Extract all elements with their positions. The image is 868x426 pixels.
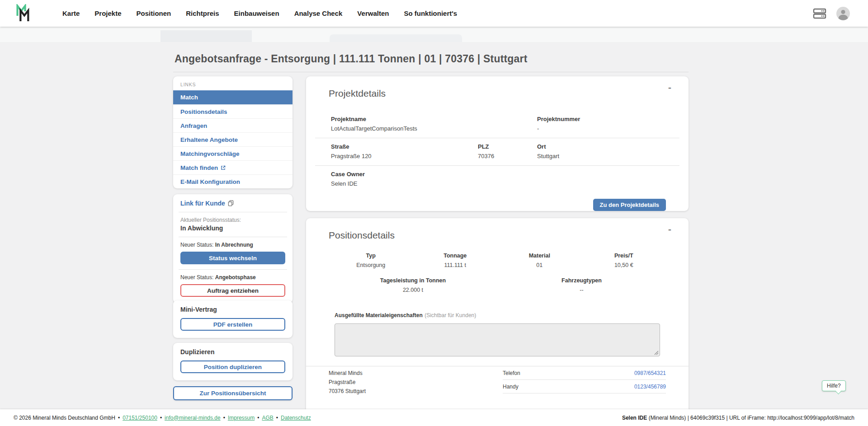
links-card: LINKS Match Positionsdetails Anfragen Er… (173, 76, 292, 188)
sidebar-item-label: Positionsdetails (180, 108, 227, 115)
field-projektnummer: Projektnummer - (537, 116, 666, 132)
revoke-status-value: Angebotsphase (215, 274, 256, 281)
sidebar-item-match-finden[interactable]: Match finden (173, 160, 292, 174)
current-status-value: In Abwicklung (180, 225, 285, 232)
field-value: 111.111 t (413, 262, 498, 268)
sidebar-item-positionsdetails[interactable]: Positionsdetails (173, 104, 292, 118)
auftrag-entziehen-button[interactable]: Auftrag entziehen (180, 284, 285, 297)
contact-table: Telefon 0987/654321 Handy 0123/456789 (503, 366, 666, 393)
footer-datenschutz-link[interactable]: Datenschutz (281, 415, 311, 421)
contact-street: Pragstraße (329, 378, 366, 387)
footer-left: © 2026 Mineral Minds Deutschland GmbH • … (14, 415, 311, 421)
field-value: LotActualTargetComparisonTests (331, 125, 478, 132)
contact-row-handy: Handy 0123/456789 (503, 380, 666, 393)
current-status-label: Aktueller Positionsstatus: (180, 217, 285, 223)
sidebar-item-label: Match finden (180, 164, 218, 171)
field-value: 22.000 t (329, 287, 497, 293)
sidebar-item-label: E-Mail Konfiguration (180, 178, 240, 185)
sidebar-item-email-konfiguration[interactable]: E-Mail Konfiguration (173, 174, 292, 188)
contact-row-telefon: Telefon 0987/654321 (503, 366, 666, 380)
material-properties-block: Ausgefüllte Materialeigenschaften (Sicht… (335, 311, 666, 356)
footer-agb-link[interactable]: AGB (262, 415, 273, 421)
field-tonnage: Tonnage 111.111 t (413, 253, 498, 268)
footer-separator: • (223, 415, 225, 421)
sidebar-item-label: Matchingvorschläge (180, 150, 240, 157)
project-fields: Projektname LotActualTargetComparisonTes… (329, 111, 666, 193)
contact-company: Mineral Minds (329, 369, 366, 378)
field-value: Stuttgart (537, 153, 666, 159)
projektdetails-card: Projektdetails - Projektname LotActualTa… (306, 76, 689, 211)
customer-link[interactable]: Link für Kunde (180, 200, 285, 207)
nav-richtpreis[interactable]: Richtpreis (186, 9, 219, 17)
field-label: Tonnage (413, 253, 498, 259)
sidebar-item-erhaltene-angebote[interactable]: Erhaltene Angebote (173, 132, 292, 146)
footer-separator: • (276, 415, 278, 421)
material-properties-textarea[interactable] (335, 324, 660, 356)
mineral-minds-logo-icon[interactable] (16, 4, 32, 23)
help-bubble[interactable]: Hilfe? (822, 380, 846, 391)
contact-label: Handy (503, 384, 519, 390)
divider (179, 237, 287, 237)
field-label: Tagesleistung in Tonnen (329, 277, 497, 284)
server-icon[interactable] (813, 8, 826, 19)
field-value: 70376 (478, 153, 537, 159)
duplizieren-card: Duplizieren Position duplizieren (173, 343, 292, 380)
title-divider (173, 72, 689, 72)
field-fahrzeugtypen: Fahrzeugtypen -- (497, 277, 666, 293)
help-button-label: Hilfe? (822, 380, 846, 391)
field-label: Projektnummer (537, 116, 666, 122)
material-properties-textarea-wrap (335, 323, 660, 356)
material-properties-header: Ausgefüllte Materialeigenschaften (Sicht… (335, 311, 666, 319)
sidebar-item-label: Erhaltene Angebote (180, 136, 238, 143)
nav-analyse-check[interactable]: Analyse Check (294, 9, 343, 17)
revoke-status-prefix: Neuer Status: (180, 274, 213, 281)
spacer (478, 116, 537, 132)
collapse-button[interactable]: - (668, 83, 671, 93)
position-duplizieren-button[interactable]: Position duplizieren (180, 360, 285, 373)
nav-positionen[interactable]: Positionen (137, 9, 171, 17)
external-link-icon (221, 165, 226, 170)
field-value: - (537, 125, 666, 132)
revoke-status-line: Neuer Status: Angebotsphase (180, 274, 285, 281)
nav-projekte[interactable]: Projekte (94, 9, 121, 17)
project-row-owner: Case Owner Selen IDE (315, 165, 679, 193)
telefon-link[interactable]: 0987/654321 (634, 370, 666, 376)
nav-verwalten[interactable]: Verwalten (357, 9, 389, 17)
collapse-button[interactable]: - (668, 225, 671, 234)
user-avatar-icon[interactable] (836, 7, 850, 20)
positionsdetails-card: Positionsdetails - Typ Entsorgung Tonnag… (306, 218, 689, 426)
sidebar-item-matchingvorschlaege[interactable]: Matchingvorschläge (173, 146, 292, 160)
zu-den-projektdetails-button[interactable]: Zu den Projektdetails (593, 199, 666, 211)
app-screen: Karte Projekte Positionen Richtpreis Ein… (0, 0, 868, 426)
footer-email-link[interactable]: info@mineral-minds.de (165, 415, 221, 421)
footer-phone-link[interactable]: 07151/250100 (123, 415, 157, 421)
status-wechseln-button[interactable]: Status wechseln (180, 252, 285, 264)
sidebar-item-anfragen[interactable]: Anfragen (173, 118, 292, 132)
field-label: Ort (537, 143, 666, 150)
contact-label: Telefon (503, 370, 520, 376)
links-card-header: LINKS (173, 78, 292, 90)
skeleton-block (160, 30, 252, 42)
material-properties-hint: (Sichtbar für Kunden) (425, 312, 476, 318)
footer-impressum-link[interactable]: Impressum (228, 415, 255, 421)
copy-icon (228, 200, 234, 206)
handy-link[interactable]: 0123/456789 (634, 384, 666, 390)
resize-handle-icon[interactable] (654, 351, 659, 355)
duplizieren-title: Duplizieren (180, 348, 285, 356)
field-projektname: Projektname LotActualTargetComparisonTes… (331, 116, 478, 132)
zur-positionsuebersicht-button[interactable]: Zur Positionsübersicht (173, 386, 292, 400)
top-band (0, 27, 868, 42)
divider (179, 212, 287, 212)
nav-einbauweisen[interactable]: Einbauweisen (234, 9, 279, 17)
next-status-prefix: Neuer Status: (180, 242, 213, 248)
sidebar-item-match[interactable]: Match (173, 90, 292, 104)
app-header: Karte Projekte Positionen Richtpreis Ein… (0, 0, 868, 27)
positionsdetails-title: Positionsdetails (329, 230, 666, 241)
pdf-erstellen-button[interactable]: PDF erstellen (180, 318, 285, 331)
field-case-owner: Case Owner Selen IDE (331, 171, 478, 187)
position-row-1: Typ Entsorgung Tonnage 111.111 t Materia… (329, 253, 666, 268)
project-button-row: Zu den Projektdetails (329, 199, 666, 211)
field-label: Typ (329, 253, 413, 259)
nav-so-funktionierts[interactable]: So funktioniert's (404, 9, 457, 17)
nav-karte[interactable]: Karte (62, 9, 80, 17)
